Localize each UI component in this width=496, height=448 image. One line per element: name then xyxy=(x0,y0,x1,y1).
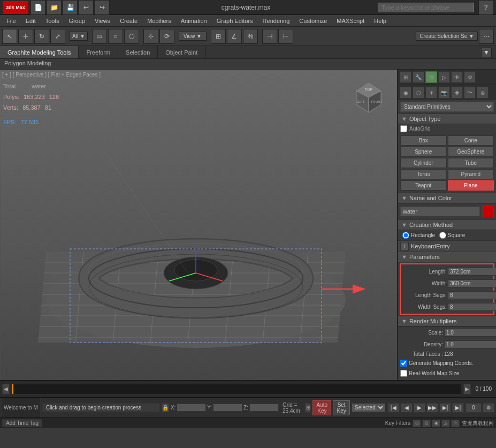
color-swatch[interactable] xyxy=(482,206,494,217)
menu-create[interactable]: Create xyxy=(116,17,142,25)
angle-snap[interactable]: ∠ xyxy=(227,29,242,44)
panel-icon-light[interactable]: ☀ xyxy=(425,87,437,98)
menu-customize[interactable]: Customize xyxy=(295,17,331,25)
menu-file[interactable]: File xyxy=(2,17,20,25)
named-selection[interactable]: ⋯ xyxy=(479,29,494,44)
align[interactable]: ⊢ xyxy=(278,29,293,44)
param-length-input[interactable] xyxy=(448,268,496,276)
menu-maxscript[interactable]: MAXScript xyxy=(332,17,369,25)
param-length-segs-input[interactable] xyxy=(448,291,496,299)
btn-pyramid[interactable]: Pyramid xyxy=(448,169,494,179)
menu-edit[interactable]: Edit xyxy=(21,17,40,25)
radio-square[interactable] xyxy=(439,232,446,239)
panel-icon-shape[interactable]: ⬡ xyxy=(413,87,424,98)
select-button[interactable]: ↖ xyxy=(2,29,17,44)
standard-primitives-dropdown[interactable]: Standard Primitives xyxy=(400,102,494,112)
menu-group[interactable]: Group xyxy=(64,17,89,25)
menu-animation[interactable]: Animation xyxy=(177,17,211,25)
object-name-input[interactable] xyxy=(400,207,480,216)
panel-icon-modify[interactable]: 🔧 xyxy=(413,71,424,83)
panel-icon-helper[interactable]: ✚ xyxy=(451,87,463,98)
menu-graph-editors[interactable]: Graph Editors xyxy=(212,17,257,25)
view-dropdown[interactable]: View ▼ xyxy=(179,32,207,41)
save-button[interactable]: 💾 xyxy=(63,0,78,15)
snap-toggle[interactable]: ⊞ xyxy=(211,29,226,44)
autogrid-checkbox[interactable] xyxy=(400,125,407,132)
tab-object-paint[interactable]: Object Paint xyxy=(158,46,205,58)
add-time-tag-btn[interactable]: Add Time Tag xyxy=(2,419,42,427)
snap-icon[interactable]: ⊞ xyxy=(305,403,311,413)
menu-tools[interactable]: Tools xyxy=(41,17,64,25)
move-button[interactable]: ✛ xyxy=(18,29,33,44)
panel-icon-geo[interactable]: ◉ xyxy=(400,87,411,98)
filter-icon-5[interactable]: ☆ xyxy=(451,420,460,427)
move-gizmo[interactable]: ⊹ xyxy=(143,29,158,44)
selected-dropdown[interactable]: Selected xyxy=(352,403,385,412)
new-button[interactable]: 📄 xyxy=(30,0,45,15)
nav-cube[interactable]: TOP LEFT FRONT xyxy=(352,80,386,115)
param-width-input[interactable] xyxy=(448,279,496,287)
panel-icon-cam[interactable]: 📷 xyxy=(438,87,450,98)
frame-num-input[interactable]: 0 xyxy=(466,403,482,413)
go-start[interactable]: |◀ xyxy=(388,403,400,413)
x-input[interactable] xyxy=(177,404,206,412)
help-button[interactable]: ? xyxy=(478,0,493,15)
panel-icon-sys[interactable]: ⊛ xyxy=(477,87,489,98)
panel-icon-hierarchy[interactable]: ⊡ xyxy=(425,71,437,83)
search-input[interactable] xyxy=(378,3,474,12)
panel-icon-create[interactable]: ⊞ xyxy=(400,71,411,83)
rotate-button[interactable]: ↻ xyxy=(34,29,49,44)
filter-icon-3[interactable]: ◉ xyxy=(432,420,440,427)
btn-tube[interactable]: Tube xyxy=(448,158,494,168)
tab-selection[interactable]: Selection xyxy=(118,46,158,58)
key-filter-icon[interactable]: ⚙ xyxy=(483,403,494,413)
panel-icon-utilities[interactable]: ⚙ xyxy=(464,71,476,83)
viewport[interactable]: [ + ] [ Perspective ] [ Flat + Edged Fac… xyxy=(0,70,397,380)
create-selection-set[interactable]: Create Selection Se ▼ xyxy=(416,32,478,41)
btn-plane[interactable]: Plane xyxy=(448,180,494,191)
btn-teapot[interactable]: Teapot xyxy=(400,180,447,191)
filter-icon-1[interactable]: ⊞ xyxy=(413,420,421,427)
layer-dropdown[interactable]: All ▼ xyxy=(70,32,88,41)
percent-snap[interactable]: % xyxy=(243,29,258,44)
redo-button[interactable]: ↪ xyxy=(95,0,110,15)
play-button[interactable]: ▶ xyxy=(414,403,425,413)
btn-box[interactable]: Box xyxy=(400,135,447,146)
go-end[interactable]: ▶| xyxy=(452,403,464,413)
menu-rendering[interactable]: Rendering xyxy=(258,17,294,25)
menu-views[interactable]: Views xyxy=(90,17,115,25)
radio-rectangle-label[interactable]: Rectangle xyxy=(402,232,435,239)
filter-icon-2[interactable]: ⊡ xyxy=(422,420,431,427)
circle-select[interactable]: ○ xyxy=(108,29,123,44)
prev-frame[interactable]: ◀ xyxy=(401,403,413,413)
timeline-track[interactable] xyxy=(12,384,461,394)
real-world-checkbox[interactable] xyxy=(400,370,407,377)
param-density-input[interactable] xyxy=(444,340,496,348)
panel-icon-motion[interactable]: ▷ xyxy=(438,71,450,83)
mirror[interactable]: ⊣ xyxy=(262,29,277,44)
undo-button[interactable]: ↩ xyxy=(79,0,94,15)
radio-square-label[interactable]: Square xyxy=(439,232,465,239)
param-scale-input[interactable] xyxy=(444,329,496,337)
tab-freeform[interactable]: Freeform xyxy=(79,46,118,58)
play-all[interactable]: ▶▶ xyxy=(426,403,438,413)
menu-help[interactable]: Help xyxy=(370,17,391,25)
keyboard-entry-expand[interactable]: + xyxy=(400,242,409,250)
param-width-segs-input[interactable] xyxy=(448,303,496,311)
rotate-gizmo[interactable]: ⟳ xyxy=(159,29,174,44)
set-key-button[interactable]: Set Key xyxy=(333,400,350,415)
panel-icon-spacewarp[interactable]: 〜 xyxy=(464,87,476,98)
btn-cone[interactable]: Cone xyxy=(448,135,494,146)
radio-rectangle[interactable] xyxy=(402,232,409,239)
next-frame[interactable]: ▶| xyxy=(439,403,451,413)
timeline-prev[interactable]: ◀ xyxy=(2,384,10,394)
btn-sphere[interactable]: Sphere xyxy=(400,147,447,157)
panel-icon-display[interactable]: 👁 xyxy=(451,71,463,83)
auto-key-button[interactable]: Auto Key xyxy=(312,400,331,415)
btn-cylinder[interactable]: Cylinder xyxy=(400,158,447,168)
y-input[interactable] xyxy=(213,404,242,412)
tab-graphite-modeling[interactable]: Graphite Modeling Tools xyxy=(0,46,79,58)
btn-torus[interactable]: Torus xyxy=(400,169,447,179)
scale-button[interactable]: ⤢ xyxy=(50,29,65,44)
fence-select[interactable]: ⬡ xyxy=(124,29,139,44)
